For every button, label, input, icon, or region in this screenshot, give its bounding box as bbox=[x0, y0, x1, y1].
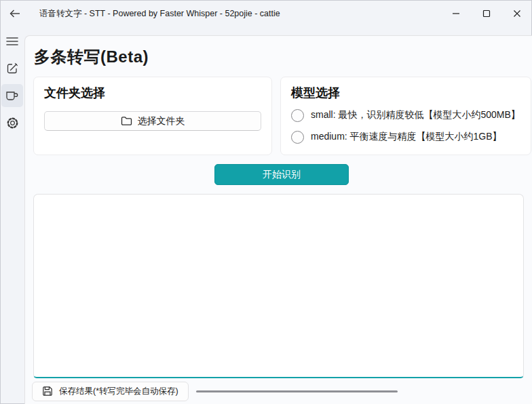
close-button[interactable] bbox=[501, 0, 532, 27]
folder-icon bbox=[121, 116, 132, 126]
maximize-button[interactable] bbox=[471, 0, 501, 27]
back-button[interactable] bbox=[4, 4, 26, 23]
floppy-save-icon bbox=[42, 386, 53, 397]
model-option-medium[interactable]: medium: 平衡速度与精度【模型大小约1GB】 bbox=[291, 129, 520, 144]
bottom-bar: 保存结果(*转写完毕会自动保存) bbox=[32, 381, 526, 401]
folder-section-title: 文件夹选择 bbox=[44, 85, 261, 101]
sidebar-item-transcribe[interactable] bbox=[1, 84, 23, 107]
page-title: 多条转写(Beta) bbox=[34, 46, 532, 68]
transcription-output-textarea[interactable] bbox=[33, 194, 524, 378]
model-option-medium-label: medium: 平衡速度与精度【模型大小约1GB】 bbox=[311, 131, 502, 143]
back-arrow-icon bbox=[9, 9, 21, 18]
maximize-icon bbox=[482, 9, 491, 18]
app-window: 语音转文字 - STT - Powered by Faster Whisper … bbox=[0, 0, 532, 404]
model-select-card: 模型选择 small: 最快，识别精度较低【模型大小约500MB】 medium… bbox=[280, 77, 531, 155]
progress-bar bbox=[196, 390, 398, 392]
choose-folder-button[interactable]: 选择文件夹 bbox=[44, 111, 261, 131]
edit-compose-icon bbox=[6, 62, 18, 75]
model-option-small[interactable]: small: 最快，识别精度较低【模型大小约500MB】 bbox=[291, 108, 520, 123]
radio-button-small[interactable] bbox=[291, 109, 304, 122]
start-recognition-button[interactable]: 开始识别 bbox=[214, 164, 349, 185]
sidebar bbox=[0, 27, 24, 404]
save-results-label: 保存结果(*转写完毕会自动保存) bbox=[59, 386, 178, 397]
main-panel: 多条转写(Beta) 文件夹选择 选择文件夹 模型选择 small: bbox=[24, 35, 532, 404]
model-section-title: 模型选择 bbox=[291, 85, 520, 101]
choose-folder-label: 选择文件夹 bbox=[138, 115, 185, 127]
sidebar-item-settings[interactable] bbox=[1, 111, 23, 134]
model-option-small-label: small: 最快，识别精度较低【模型大小约500MB】 bbox=[311, 109, 520, 121]
minimize-button[interactable] bbox=[440, 0, 471, 27]
minimize-icon bbox=[452, 9, 460, 18]
hamburger-menu-icon bbox=[6, 37, 18, 46]
coffee-cup-icon bbox=[5, 90, 19, 102]
settings-cards: 文件夹选择 选择文件夹 模型选择 small: 最快，识别精度较低【模型大小约5… bbox=[33, 77, 525, 155]
gear-icon bbox=[6, 117, 19, 129]
close-icon bbox=[513, 9, 521, 18]
sidebar-item-menu[interactable] bbox=[1, 30, 23, 53]
window-controls bbox=[440, 0, 532, 27]
radio-button-medium[interactable] bbox=[291, 131, 304, 144]
titlebar: 语音转文字 - STT - Powered by Faster Whisper … bbox=[0, 0, 532, 27]
save-results-button[interactable]: 保存结果(*转写完毕会自动保存) bbox=[32, 382, 189, 401]
sidebar-item-compose[interactable] bbox=[1, 57, 23, 80]
window-title: 语音转文字 - STT - Powered by Faster Whisper … bbox=[39, 8, 280, 20]
folder-select-card: 文件夹选择 选择文件夹 bbox=[33, 77, 272, 155]
